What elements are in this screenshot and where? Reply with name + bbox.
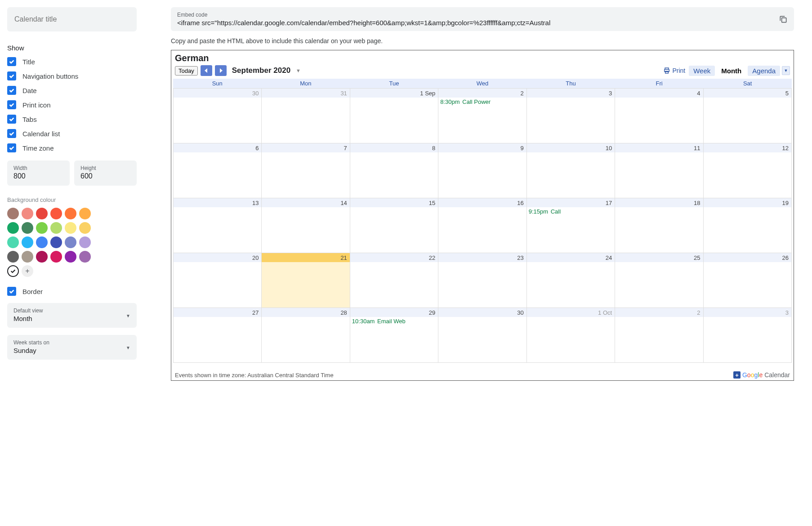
colour-swatch[interactable] <box>79 208 91 219</box>
colour-swatch[interactable] <box>22 222 33 234</box>
date-number: 9 <box>438 143 526 152</box>
add-colour-swatch[interactable]: + <box>22 265 33 277</box>
colour-swatch[interactable] <box>50 236 62 248</box>
svg-rect-0 <box>782 18 786 22</box>
calendar-cell[interactable]: 12 <box>704 143 792 198</box>
show-option-checkbox[interactable] <box>7 86 16 95</box>
calendar-cell[interactable]: 28 <box>262 308 350 363</box>
colour-swatch[interactable] <box>22 236 33 248</box>
print-icon <box>663 67 670 74</box>
calendar-cell[interactable]: 11 <box>615 143 703 198</box>
calendar-cell[interactable]: 3 <box>527 89 615 143</box>
svg-marker-2 <box>220 68 223 73</box>
calendar-cell[interactable]: 16 <box>438 198 526 253</box>
colour-swatch-selected[interactable] <box>7 265 19 277</box>
calendar-cell[interactable]: 5 <box>704 89 792 143</box>
calendar-cell[interactable]: 8 <box>350 143 438 198</box>
colour-swatch[interactable] <box>79 222 91 234</box>
width-label: Width <box>13 165 63 171</box>
google-calendar-logo[interactable]: + Google Calendar <box>733 371 790 379</box>
print-button[interactable]: Print <box>663 67 685 74</box>
colour-swatch[interactable] <box>22 208 33 219</box>
colour-swatch[interactable] <box>65 208 76 219</box>
calendar-cell[interactable]: 1 Oct <box>527 308 615 363</box>
show-option-checkbox[interactable] <box>7 71 16 80</box>
calendar-cell[interactable]: 13 <box>174 198 262 253</box>
show-option-checkbox[interactable] <box>7 129 16 138</box>
calendar-cell[interactable]: 6 <box>174 143 262 198</box>
colour-swatch[interactable] <box>7 208 19 219</box>
date-number: 6 <box>174 143 261 152</box>
week-starts-label: Week starts on <box>13 339 130 346</box>
default-view-select[interactable]: Default view Month ▼ <box>7 303 137 328</box>
colour-swatch[interactable] <box>79 251 91 263</box>
calendar-cell[interactable]: 31 <box>262 89 350 143</box>
week-starts-select[interactable]: Week starts on Sunday ▼ <box>7 335 137 360</box>
border-checkbox[interactable] <box>7 287 16 296</box>
colour-swatch[interactable] <box>65 251 76 263</box>
view-dropdown-icon[interactable]: ▼ <box>782 66 790 75</box>
colour-swatch[interactable] <box>7 236 19 248</box>
calendar-cell[interactable]: 22 <box>350 253 438 308</box>
show-option-checkbox[interactable] <box>7 143 16 152</box>
month-dropdown-icon[interactable]: ▼ <box>296 68 301 73</box>
colour-swatch[interactable] <box>50 222 62 234</box>
today-button[interactable]: Today <box>175 66 198 76</box>
colour-swatch[interactable] <box>36 222 48 234</box>
calendar-event[interactable]: 10:30am Email Web <box>350 317 438 325</box>
calendar-cell[interactable]: 28:30pm Call Power <box>438 89 526 143</box>
colour-swatch[interactable] <box>50 251 62 263</box>
copy-icon[interactable] <box>779 15 788 24</box>
colour-swatch[interactable] <box>65 222 76 234</box>
calendar-title-input[interactable] <box>7 7 137 31</box>
calendar-event[interactable]: 8:30pm Call Power <box>438 98 526 106</box>
calendar-cell[interactable]: 15 <box>350 198 438 253</box>
colour-swatch[interactable] <box>36 236 48 248</box>
calendar-cell[interactable]: 25 <box>615 253 703 308</box>
colour-swatch[interactable] <box>50 208 62 219</box>
show-option-checkbox[interactable] <box>7 57 16 66</box>
calendar-cell[interactable]: 30 <box>174 89 262 143</box>
width-field[interactable]: Width 800 <box>7 160 70 186</box>
embed-code-value[interactable]: <iframe src="https://calendar.google.com… <box>177 19 773 27</box>
show-option-checkbox[interactable] <box>7 100 16 109</box>
calendar-cell[interactable]: 3 <box>704 308 792 363</box>
calendar-cell[interactable]: 24 <box>527 253 615 308</box>
calendar-cell[interactable]: 20 <box>174 253 262 308</box>
colour-swatch[interactable] <box>79 236 91 248</box>
colour-swatch[interactable] <box>7 251 19 263</box>
colour-swatch[interactable] <box>36 251 48 263</box>
colour-swatch[interactable] <box>36 208 48 219</box>
date-number: 10 <box>527 143 615 152</box>
tab-agenda[interactable]: Agenda <box>748 66 780 76</box>
calendar-event[interactable]: 9:15pm Call <box>527 207 615 216</box>
calendar-cell[interactable]: 19 <box>704 198 792 253</box>
colour-swatch[interactable] <box>7 222 19 234</box>
calendar-cell[interactable]: 2910:30am Email Web <box>350 308 438 363</box>
calendar-cell[interactable]: 2 <box>615 308 703 363</box>
calendar-cell[interactable]: 10 <box>527 143 615 198</box>
calendar-cell[interactable]: 21 <box>262 253 350 308</box>
prev-month-button[interactable] <box>201 65 212 76</box>
calendar-cell[interactable]: 9 <box>438 143 526 198</box>
tab-month[interactable]: Month <box>717 66 746 76</box>
height-value: 600 <box>80 172 130 180</box>
calendar-cell[interactable]: 27 <box>174 308 262 363</box>
height-field[interactable]: Height 600 <box>74 160 137 186</box>
calendar-cell[interactable]: 14 <box>262 198 350 253</box>
calendar-cell[interactable]: 7 <box>262 143 350 198</box>
calendar-cell[interactable]: 4 <box>615 89 703 143</box>
calendar-cell[interactable]: 30 <box>438 308 526 363</box>
next-month-button[interactable] <box>215 65 227 76</box>
calendar-cell[interactable]: 26 <box>704 253 792 308</box>
calendar-cell[interactable]: 23 <box>438 253 526 308</box>
day-header: Fri <box>615 79 704 88</box>
calendar-cell[interactable]: 179:15pm Call <box>527 198 615 253</box>
colour-swatch[interactable] <box>65 236 76 248</box>
calendar-cell[interactable]: 18 <box>615 198 703 253</box>
tab-week[interactable]: Week <box>689 66 715 76</box>
border-label: Border <box>22 288 43 295</box>
calendar-cell[interactable]: 1 Sep <box>350 89 438 143</box>
show-option-checkbox[interactable] <box>7 115 16 124</box>
colour-swatch[interactable] <box>22 251 33 263</box>
